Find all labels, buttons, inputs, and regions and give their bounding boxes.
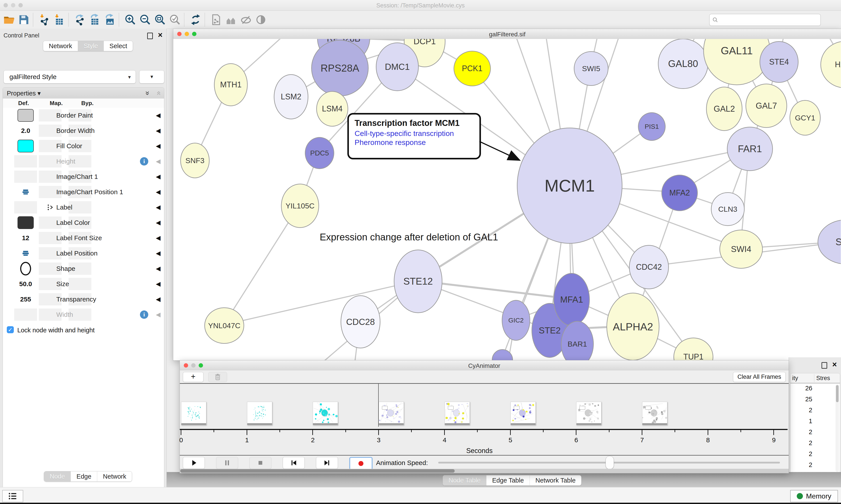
keyframe-thumbnail-7[interactable] [642,402,667,425]
zoom-in-button[interactable] [124,13,137,26]
bypass-cell[interactable] [69,278,91,290]
save-session-button[interactable] [17,13,31,26]
network-node-far1[interactable]: FAR1 [727,127,773,171]
clear-all-frames-button[interactable]: Clear All Frames [733,372,786,382]
keyframe-thumbnail-2[interactable] [313,402,338,425]
slider-thumb[interactable] [606,456,614,469]
network-node-swi5[interactable]: SWI5 [574,51,608,86]
expand-property-icon[interactable]: ◀ [156,250,161,257]
lock-size-checkbox[interactable]: ✓ [7,326,14,333]
network-node-gal2[interactable]: GAL2 [706,87,742,131]
default-cell[interactable] [14,140,37,152]
network-node-pck1[interactable]: PCK1 [453,51,491,86]
collapse-all-icon[interactable]: » [154,91,162,95]
network-node-mfa2[interactable]: MFA2 [661,175,698,211]
tab-style[interactable]: Style [78,41,103,51]
default-cell[interactable] [14,155,37,167]
property-row[interactable]: Fill Color ◀ [3,138,164,154]
play-button[interactable] [183,457,205,469]
network-node-gcy1[interactable]: GCY1 [789,100,821,136]
timeline-scrollbar[interactable] [180,469,789,473]
tab-edge[interactable]: Edge [71,471,97,482]
network-node-lsm4[interactable]: LSM4 [316,91,348,127]
search-input[interactable] [720,15,818,24]
discrete-mapping-icon[interactable] [47,204,54,211]
position-icon[interactable] [22,189,29,195]
float-results-icon[interactable] [822,362,827,369]
close-results-icon[interactable]: × [832,360,837,369]
tab-network-table[interactable]: Network Table [530,475,581,485]
zoom-fit-button[interactable] [153,13,167,26]
table-row[interactable]: 1 [790,417,812,425]
default-cell[interactable] [14,109,37,122]
export-network-button[interactable] [73,13,87,26]
hide-graphics-details-button[interactable] [239,13,253,26]
delete-frame-button[interactable] [208,372,227,382]
default-cell[interactable]: 2.0 [14,125,37,137]
network-edge[interactable] [223,281,417,325]
network-node-rps28a[interactable]: RPS28A [311,40,369,96]
keyframe-thumbnail-4[interactable] [445,402,470,425]
network-node-pis1[interactable]: PIS1 [638,112,666,141]
frames-timeline[interactable]: 0123456789Seconds [180,384,789,455]
animation-speed-slider[interactable] [438,462,780,464]
tab-network[interactable]: Network [43,41,78,51]
table-row[interactable]: 2 [790,439,812,447]
zoom-out-button[interactable] [139,13,152,26]
playhead[interactable] [378,384,379,427]
table-row[interactable]: 2 [790,429,812,436]
record-button[interactable] [349,457,373,470]
default-cell[interactable] [14,186,37,198]
skip-to-start-button[interactable] [283,457,305,469]
stop-button[interactable] [249,457,271,469]
tab-node[interactable]: Node [44,471,71,482]
expand-property-icon[interactable]: ◀ [156,219,161,226]
properties-header[interactable]: Properties ▾ » » [3,88,164,99]
keyframe-thumbnail-5[interactable] [511,402,536,425]
default-cell[interactable]: 50.0 [14,278,37,290]
import-table-button[interactable] [53,13,66,26]
network-node-cdc28[interactable]: CDC28 [341,295,380,348]
network-node-lsm2[interactable]: LSM2 [274,74,308,119]
annotation-link[interactable]: Cell-type-specific transcription [355,129,474,138]
default-value[interactable]: 12 [22,234,29,242]
property-row[interactable]: Border Paint ◀ [3,108,164,123]
close-panel-icon[interactable]: × [158,31,162,40]
network-window-titlebar[interactable]: galFiltered.sif [173,29,841,39]
table-row[interactable]: 25 [790,396,812,403]
property-row[interactable]: Height i ◀ [3,154,164,169]
network-node-gic2[interactable]: GIC2 [502,300,530,341]
export-image-button[interactable] [103,13,117,26]
default-value-swatch[interactable] [18,216,34,229]
default-value[interactable]: 2.0 [21,127,30,134]
expand-all-icon[interactable]: » [144,91,152,95]
network-canvas[interactable]: RPS28BDCP1RPS28ADMC1PCK1SWI5GAL80GAL11ST… [173,39,841,360]
default-cell[interactable] [14,170,37,183]
expand-property-icon[interactable]: ◀ [156,234,161,241]
cyanimator-titlebar[interactable]: CyAnimator [180,360,789,371]
show-graphics-details-button[interactable] [254,13,268,26]
memory-button[interactable]: Memory [790,490,838,502]
keyframe-thumbnail-6[interactable] [576,402,602,425]
property-row[interactable]: Image/Chart Position 1 ◀ [3,184,164,200]
shape-ellipse-icon[interactable] [20,262,31,275]
network-node-mth1[interactable]: MTH1 [214,63,248,106]
info-icon[interactable]: i [140,157,148,165]
table-row[interactable]: 26 [790,385,812,392]
keyframe-thumbnail-3[interactable] [379,402,404,425]
default-value-swatch[interactable] [18,109,34,122]
annotation-box[interactable]: Transcription factor MCM1 Cell-type-spec… [347,113,481,159]
table-row[interactable]: 2 [790,461,812,469]
expand-property-icon[interactable]: ◀ [156,188,161,196]
network-node-snf3[interactable]: SNF3 [180,143,210,178]
default-cell[interactable] [14,308,37,321]
expand-property-icon[interactable]: ◀ [156,280,161,287]
info-icon[interactable]: i [140,310,148,319]
expand-property-icon[interactable]: ◀ [156,295,161,303]
tab-network[interactable]: Network [97,471,132,482]
default-cell[interactable]: 12 [14,232,37,244]
property-row[interactable]: 2.0 Border Width ◀ [3,123,164,139]
style-options-button[interactable]: ▾ [139,70,164,84]
property-row[interactable]: Image/Chart 1 ◀ [3,169,164,184]
tab-select[interactable]: Select [104,41,133,51]
